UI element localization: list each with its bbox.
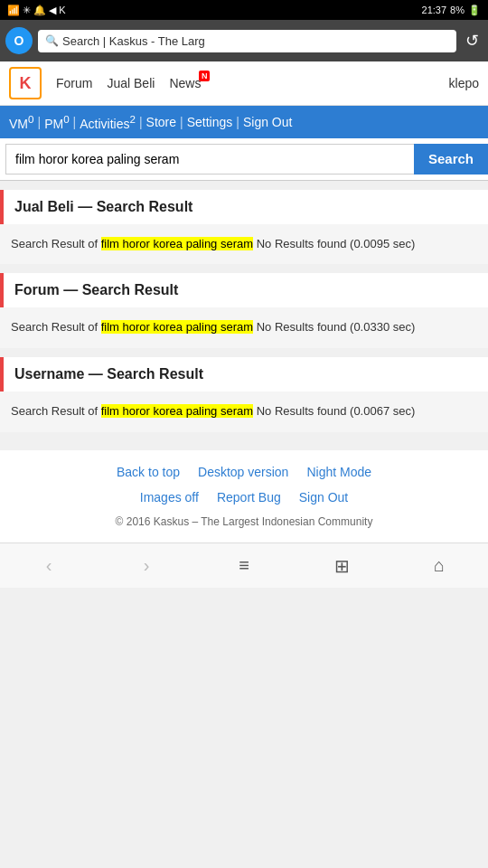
- reload-button[interactable]: ↺: [462, 29, 483, 52]
- username-display: klepo: [449, 76, 479, 90]
- search-input[interactable]: [5, 144, 414, 175]
- forum-highlight: film horor korea paling seram: [101, 320, 253, 334]
- nav-forum[interactable]: Forum: [56, 76, 92, 90]
- forum-section: Forum — Search Result Search Result of f…: [0, 273, 488, 348]
- jual-beli-highlight: film horor korea paling seram: [101, 237, 253, 250]
- footer-links-row2: Images off Report Bug Sign Out: [9, 490, 479, 505]
- home-button[interactable]: ⌂: [421, 550, 457, 582]
- time: 21:37: [422, 5, 447, 15]
- signal-icons: 📶 ✳ 🔔 ◀ K: [7, 5, 66, 16]
- search-button[interactable]: Search: [414, 144, 488, 175]
- nav-store[interactable]: Store: [146, 115, 176, 129]
- search-bar-container: Search: [0, 138, 488, 181]
- site-logo: K: [9, 67, 42, 99]
- forum-body: Search Result of film horor korea paling…: [0, 307, 488, 348]
- footer: Back to top Desktop version Night Mode I…: [0, 450, 488, 542]
- back-button[interactable]: ‹: [31, 550, 67, 582]
- username-section: Username — Search Result Search Result o…: [0, 357, 488, 432]
- jual-beli-header: Jual Beli — Search Result: [0, 190, 488, 224]
- battery: 8%: [450, 5, 465, 15]
- browser-url-bar[interactable]: 🔍 Search | Kaskus - The Larg: [38, 30, 456, 52]
- tabs-button[interactable]: ⊞: [324, 550, 360, 582]
- username-header: Username — Search Result: [0, 357, 488, 392]
- nav-pm[interactable]: PM0: [44, 113, 69, 131]
- news-notification-badge: N: [199, 71, 211, 81]
- night-mode-link[interactable]: Night Mode: [306, 465, 371, 479]
- search-icon: 🔍: [45, 34, 59, 47]
- jual-beli-section: Jual Beli — Search Result Search Result …: [0, 190, 488, 265]
- browser-logo: O: [5, 27, 33, 54]
- bottom-nav: ‹ › ≡ ⊞ ⌂: [0, 542, 488, 588]
- nav-news[interactable]: News: [169, 76, 201, 90]
- status-bar: 📶 ✳ 🔔 ◀ K 21:37 8% 🔋: [0, 0, 488, 20]
- sign-out-link[interactable]: Sign Out: [299, 490, 348, 505]
- site-header: K Forum Jual Beli News N klepo: [0, 61, 488, 106]
- main-content: Jual Beli — Search Result Search Result …: [0, 181, 488, 450]
- top-nav-bar: VM0 | PM0 | Activities2 | Store | Settin…: [0, 106, 488, 138]
- site-nav: Forum Jual Beli News N: [56, 76, 201, 90]
- forum-header: Forum — Search Result: [0, 273, 488, 307]
- nav-vm[interactable]: VM0: [9, 113, 33, 131]
- username-body: Search Result of film horor korea paling…: [0, 392, 488, 432]
- status-left: 📶 ✳ 🔔 ◀ K: [7, 5, 66, 16]
- images-off-link[interactable]: Images off: [140, 490, 199, 505]
- status-right: 21:37 8% 🔋: [422, 5, 481, 16]
- report-bug-link[interactable]: Report Bug: [217, 490, 281, 505]
- forward-button[interactable]: ›: [128, 550, 164, 582]
- jual-beli-body: Search Result of film horor korea paling…: [0, 224, 488, 265]
- back-to-top-link[interactable]: Back to top: [117, 465, 180, 479]
- browser-bar: O 🔍 Search | Kaskus - The Larg ↺: [0, 20, 488, 61]
- battery-icon: 🔋: [468, 5, 481, 16]
- copyright: © 2016 Kaskus – The Largest Indonesian C…: [9, 515, 479, 528]
- nav-activities[interactable]: Activities2: [80, 113, 136, 131]
- nav-settings[interactable]: Settings: [187, 115, 233, 129]
- url-text: Search | Kaskus - The Larg: [62, 34, 205, 48]
- footer-links-row1: Back to top Desktop version Night Mode: [9, 465, 479, 479]
- nav-news-badge[interactable]: News N: [169, 76, 201, 90]
- menu-button[interactable]: ≡: [226, 550, 262, 582]
- nav-sign-out[interactable]: Sign Out: [243, 115, 292, 129]
- username-highlight: film horor korea paling seram: [101, 404, 253, 418]
- nav-jual-beli[interactable]: Jual Beli: [107, 76, 155, 90]
- desktop-version-link[interactable]: Desktop version: [198, 465, 288, 479]
